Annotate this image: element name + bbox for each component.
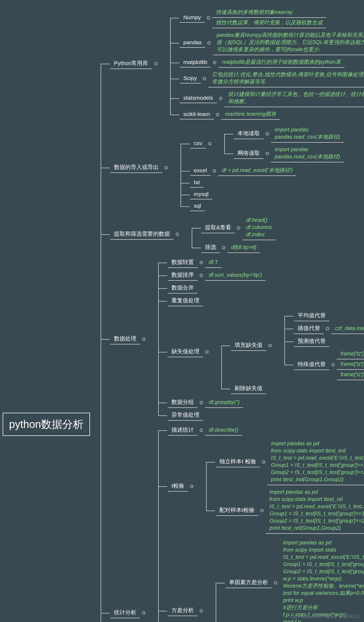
watermark: http://blog.csdn.net/qq_22194911 [289,614,360,619]
node-outlier: 异常值处理 [168,410,203,421]
note: 快速高效的多维数组对象naarray [212,7,326,18]
expand-dot[interactable] [266,152,269,155]
node-groupby: 数据分组 [168,397,198,408]
note: 统计建模和计量经济学工具包，包括一些描述统计、统计模型估计和推断。 [224,90,364,107]
expand-dot[interactable] [205,350,208,354]
note: frame['tz'].fillna(method='pad')用前一个值代替 [337,359,364,370]
root-node: python数据分析 [3,413,90,436]
node-fill-spec: 特殊值代替 [294,359,329,370]
node-fill: 填充缺失值 [231,340,266,351]
expand-dot[interactable] [200,429,203,432]
node-ttest-ind: 独立样本t 检验 [216,457,260,467]
expand-dot[interactable] [274,581,277,584]
note: import pandas as pd from scipy.stats imp… [266,487,364,534]
node-csv-net: 网络读取 [234,148,264,159]
expand-dot[interactable] [222,246,225,249]
node-txt: txt [190,178,203,188]
branch-libs: Python常用库 [110,58,152,69]
expand-dot[interactable] [268,344,272,347]
branch-process: 数据处理 [110,334,140,344]
node-sklearn: scikit-learn [180,110,214,119]
expand-dot[interactable] [326,327,329,330]
node-excel: excel [190,166,211,176]
node-csv: csv [190,139,206,149]
note: df.sort_values(by='tip') [205,270,265,281]
node-drop: 剔除缺失值 [231,383,266,394]
note: matplotlib是最流行的用于绘制数据图表的python库 [218,57,345,68]
node-ttest: t检验 [168,481,188,492]
node-mysql: mysql [190,190,212,199]
expand-dot[interactable] [266,132,269,135]
expand-dot[interactable] [176,233,179,236]
node-numpy: Numpy [180,13,205,23]
node-extract: 提取&查看 [201,223,235,233]
expand-dot[interactable] [200,609,203,612]
expand-dot[interactable] [213,61,216,64]
note: df = pd.read_excel('本地路径') [218,166,296,176]
expand-dot[interactable] [165,166,168,169]
note: pandas兼具Numpy高性能的数组计算功能以及电子表格和关系型数据（如SQL… [213,30,364,55]
branch-stats: 统计分析 [110,608,140,618]
expand-dot[interactable] [208,142,211,145]
branch-io: 数据的导入或导出 [110,162,162,173]
node-sort: 数据排序 [168,270,198,281]
node-csv-local: 本地读取 [234,129,264,139]
node-filter: 筛选 [201,242,220,253]
note: import pandas as pd from scipy import st… [279,538,364,622]
expand-dot[interactable] [207,16,210,19]
note: czf_data.interpolate() [331,324,364,334]
mindmap-tree: Python常用库 Numpy 快速高效的多维数组对象naarray线性代数运算… [101,5,364,622]
note: import pandas pandas.read_csv(本地路径) [271,125,344,143]
note: df.describe() [205,425,242,436]
node-statsmodels: statsmodels [180,94,217,103]
node-ttest-rel: 配对样本t检验 [216,505,258,516]
expand-dot[interactable] [260,509,264,512]
node-dup: 重复值处理 [168,296,203,306]
note: df[df.tip>8] [227,243,260,253]
expand-dot[interactable] [203,77,206,80]
expand-dot[interactable] [142,611,145,615]
note: import pandas pandas.read_csv(本地路径) [271,145,344,162]
expand-dot[interactable] [200,274,203,277]
note: frame['tz'].fillna(0) [337,349,364,359]
node-anova: 方差分析 [168,605,198,616]
note: df.head() df.columns df.index [242,215,276,240]
expand-dot[interactable] [216,113,219,116]
node-desc: 描述统计 [168,425,198,436]
expand-dot[interactable] [207,41,211,45]
expand-dot[interactable] [154,62,157,65]
note: machine learning模块 [221,109,280,120]
expand-dot[interactable] [213,169,216,172]
node-fill-pred: 预测值代替 [294,336,329,347]
expand-dot[interactable] [219,97,222,100]
branch-select: 提取和筛选需要的数据 [110,229,174,240]
node-scipy: Scipy [180,74,201,83]
note: 它包括统计,优化,整合,线性代数模块,傅里叶变换,信号和图像处理,常微分方程求解… [208,70,364,87]
node-fill-mean: 平均值代替 [294,311,329,321]
note: import pandas as pd from scipy.stats imp… [267,439,364,485]
note: frame['tz'].fillna(method='bfill')用后一个值代… [337,370,364,380]
note: 线性代数运算、傅里叶变换，以及随机数生成 [212,18,326,28]
node-fill-interp: 插值代替 [294,323,324,334]
expand-dot[interactable] [200,261,203,264]
node-pandas: pandas [180,38,206,48]
node-merge: 数据合并 [168,283,198,294]
node-anova1: 单因素方差分析 [225,577,272,588]
node-missing: 缺失值处理 [168,347,203,357]
node-matplotlib: matplotlib [180,58,211,67]
expand-dot[interactable] [142,338,145,341]
expand-dot[interactable] [237,226,240,230]
expand-dot[interactable] [332,363,335,366]
note: df.groupby('') [205,398,243,408]
node-sql: sql [190,202,205,211]
node-transpose: 数据转置 [168,257,198,268]
expand-dot[interactable] [200,401,203,404]
expand-dot[interactable] [190,485,193,488]
note: df.T [205,258,222,268]
expand-dot[interactable] [262,460,265,464]
